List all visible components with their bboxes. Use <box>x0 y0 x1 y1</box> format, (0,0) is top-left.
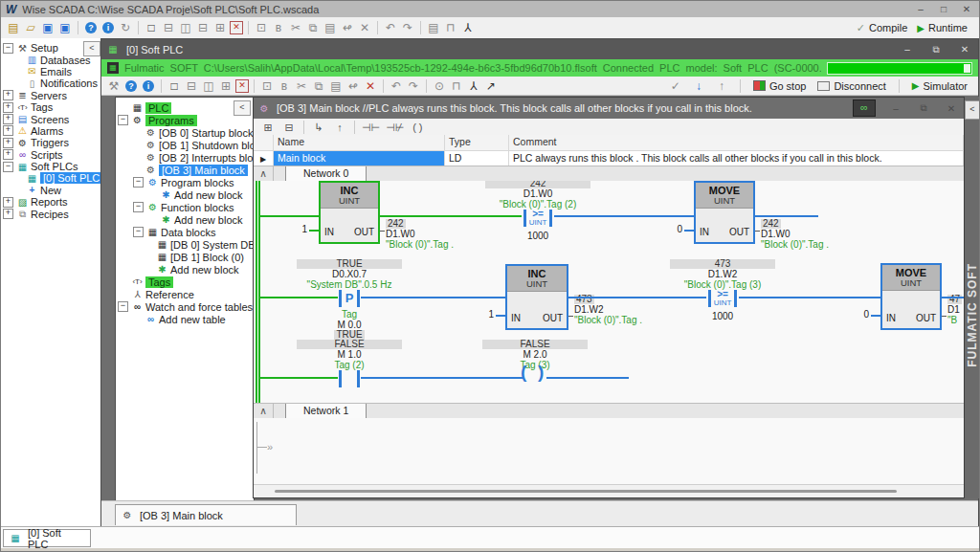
plc-tree-collapse-button[interactable]: < <box>234 100 251 116</box>
expander-icon[interactable] <box>133 177 144 188</box>
sidebar-item-alarms[interactable]: ⚠ Alarms <box>1 125 100 137</box>
help-icon[interactable]: ? <box>125 80 137 92</box>
sidebar-item-reports[interactable]: ▨ Reports <box>1 196 100 208</box>
plc-tree-item-ob0[interactable]: ⚙ [OB 0] Startup block <box>116 126 254 139</box>
trend-icon[interactable]: ↗ <box>483 78 499 94</box>
ladder-minimize-button[interactable]: – <box>888 103 903 114</box>
info-icon[interactable]: i <box>143 80 154 92</box>
undo-icon[interactable]: ↶ <box>389 78 404 94</box>
sidebar-item-emails[interactable]: ✉ Emails <box>1 66 100 77</box>
split-vertical-icon[interactable]: ◫ <box>178 20 193 35</box>
split-grid-icon[interactable]: ⊞ <box>212 20 228 35</box>
block-comment-cell[interactable]: PLC always runs this block . This block … <box>509 151 964 166</box>
collapse-network-icon[interactable]: ∧ <box>254 404 274 419</box>
plc-tree-item-ob3[interactable]: ⚙ [OB 3] Main block <box>116 164 254 176</box>
move-block[interactable]: MOVE UINT IN OUT <box>880 263 942 330</box>
maximize-button[interactable]: □ <box>936 4 951 14</box>
cut-icon[interactable]: ✂ <box>294 78 309 94</box>
plc-tree-item-watch-tables[interactable]: ∞ Watch and force tables <box>116 300 254 313</box>
plc-tree-item-add-function-block[interactable]: ✱ Add new block <box>116 213 254 226</box>
watch-mode-button[interactable]: ∞ <box>853 99 876 117</box>
move-block[interactable]: MOVE UINT IN OUT <box>694 181 755 244</box>
save-icon[interactable]: ▣ <box>40 20 56 35</box>
inner-restore-button[interactable]: ⧉ <box>928 44 944 55</box>
expander-icon[interactable] <box>3 197 13 208</box>
paste-icon[interactable]: ▤ <box>323 20 338 35</box>
expander-icon[interactable] <box>3 114 13 124</box>
compare-contact[interactable]: 473 D1.W2 "Block (0)".Tag (3) >= UINT 10… <box>670 259 775 321</box>
expand-all-icon[interactable]: ⊞ <box>258 120 278 135</box>
export-block-icon[interactable]: ▤ <box>426 20 441 35</box>
type-column-header[interactable]: Type <box>445 135 509 150</box>
info-icon[interactable]: i <box>102 22 114 33</box>
taskbar-tab-soft-plc[interactable]: ▦ [0] Soft PLC <box>3 529 91 547</box>
pulse-contact[interactable]: TRUE D0.X0.7 "System DB".0.5 Hz P Tag M … <box>297 259 402 340</box>
close-view-icon[interactable]: ✕ <box>235 79 249 93</box>
expander-icon[interactable] <box>3 209 13 219</box>
tab-ob3-main-block[interactable]: ⚙ [OB 3] Main block <box>115 504 297 525</box>
runtime-button[interactable]: ▶ Runtime <box>917 22 968 33</box>
plc-tree-item-add-new-table[interactable]: ∞ Add new table <box>116 313 254 325</box>
plc-tree-item-ob1[interactable]: ⚙ [OB 1] Shutdown block <box>116 139 254 151</box>
sidebar-item-servers[interactable]: ≣ Servers <box>1 90 100 101</box>
ladder-titlebar[interactable]: ⚙ [OB 3] Main block //PLC always runs th… <box>254 98 964 119</box>
inc-block[interactable]: INC UINT IN OUT <box>319 181 380 244</box>
rename-block-icon[interactable]: ʙ <box>277 78 292 94</box>
plc-tree-item-tags[interactable]: ‹T› Tags <box>116 276 254 288</box>
expander-icon[interactable] <box>3 125 13 136</box>
inner-close-button[interactable]: ✕ <box>957 44 972 55</box>
split-grid-icon[interactable]: ⊞ <box>218 78 234 94</box>
block-type-cell[interactable]: LD <box>445 151 509 166</box>
sidebar-item-triggers[interactable]: ⚙ Triggers <box>1 137 100 148</box>
plc-tree-item-ob2[interactable]: ⚙ [OB 2] Interrupts block <box>116 151 254 164</box>
sidebar-item-notifications[interactable]: ▯ Notifications <box>1 77 100 89</box>
plc-tree-item-add-program-block[interactable]: ✱ Add new block <box>116 188 254 201</box>
coil[interactable]: FALSE M 2.0 Tag (3) ( ) <box>482 340 588 389</box>
ladder-close-button[interactable]: ✕ <box>944 103 959 114</box>
copy-icon[interactable]: ⧉ <box>305 20 321 35</box>
find-block-icon[interactable]: ⊙ <box>432 78 447 94</box>
maximize-view-icon[interactable]: □ <box>167 78 182 94</box>
output-operand[interactable]: 47 D1 "B <box>947 295 962 325</box>
insert-contact-icon[interactable]: ⊣⊢ <box>360 120 382 135</box>
verify-check-icon[interactable]: ✓ <box>668 78 683 94</box>
close-view-icon[interactable]: ✕ <box>230 21 243 34</box>
network1-canvas[interactable]: » <box>254 418 964 485</box>
inc-block[interactable]: INC UINT IN OUT <box>505 264 568 330</box>
maximize-view-icon[interactable]: □ <box>144 20 159 35</box>
expander-icon[interactable] <box>3 162 13 172</box>
sidebar-collapse-button[interactable]: < <box>83 41 100 56</box>
split-wire-icon[interactable]: ↫ <box>345 78 361 94</box>
undo-icon[interactable]: ↶ <box>383 20 398 35</box>
delete-icon[interactable]: ✕ <box>357 20 372 35</box>
paste-icon[interactable]: ▤ <box>328 78 344 94</box>
output-operand[interactable]: 242 D1.W0 "Block (0)".Tag . <box>386 219 454 250</box>
new-file-icon[interactable]: ▤ <box>6 20 21 35</box>
download-icon[interactable]: ↓ <box>691 78 706 94</box>
network1-label[interactable]: Network 1 <box>285 404 367 419</box>
upload-icon[interactable]: ↑ <box>714 78 729 94</box>
expander-icon[interactable] <box>3 149 13 160</box>
no-contact[interactable]: FALSE M 1.0 Tag (2) <box>297 340 402 387</box>
sidebar-item-soft-plc-0[interactable]: ▦ [0] Soft PLC <box>1 172 100 184</box>
lock-block-icon[interactable]: ⊓ <box>443 20 458 35</box>
help-icon[interactable]: ? <box>85 22 97 33</box>
properties-wrench-icon[interactable]: ⚒ <box>106 78 122 94</box>
insert-contact-negated-icon[interactable]: ⊣⊬ <box>384 120 406 135</box>
collapse-network-icon[interactable]: ∧ <box>254 166 274 182</box>
scrollbar-thumb[interactable] <box>275 490 897 493</box>
plc-tree-item-data-blocks[interactable]: ▦ Data blocks <box>116 226 254 238</box>
sidebar-item-soft-plcs[interactable]: ▦ Soft PLCs <box>1 161 100 172</box>
plc-tree-item-function-blocks[interactable]: ⚙ Function blocks <box>116 201 254 213</box>
lock-icon[interactable]: ⊓ <box>449 78 464 94</box>
expander-icon[interactable] <box>118 301 128 312</box>
topology-icon[interactable]: ⅄ <box>466 78 481 94</box>
simulator-button[interactable]: ▶ Simulator <box>909 80 970 92</box>
branch-down-icon[interactable]: ↳ <box>309 120 328 135</box>
network0-label[interactable]: Network 0 <box>285 166 367 182</box>
split-bottom-icon[interactable]: ⊟ <box>195 20 211 35</box>
expander-icon[interactable] <box>3 138 13 148</box>
plc-tree-item-add-data-block[interactable]: ✱ Add new block <box>116 263 254 276</box>
plc-tree-item-db1[interactable]: ▦ [DB 1] Block (0) <box>116 251 254 263</box>
compile-button[interactable]: ✓ Compile <box>857 22 908 34</box>
